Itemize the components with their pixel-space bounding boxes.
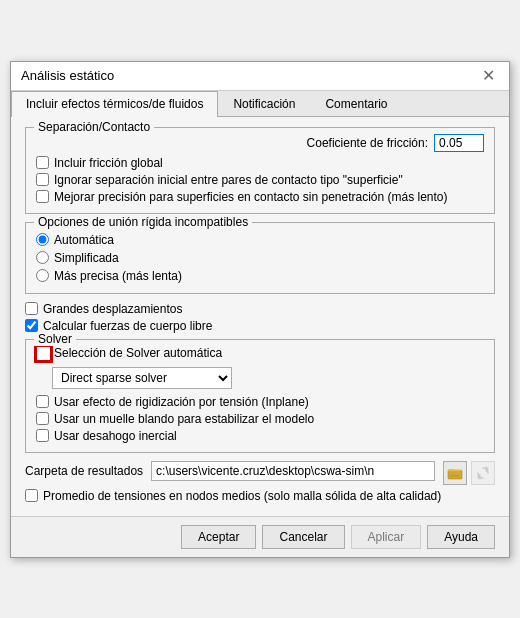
close-button[interactable]: ✕ (478, 68, 499, 84)
checkbox-row-free-body: Calcular fuerzas de cuerpo libre (25, 319, 495, 333)
checkbox-row-improve-prec: Mejorar precisión para superficies en co… (36, 190, 484, 204)
section-label-solver: Solver (34, 332, 76, 346)
checkbox-row-inertia: Usar desahogo inercial (36, 429, 484, 443)
checkbox-free-body-forces[interactable] (25, 319, 38, 332)
section-label-rigid-union: Opciones de unión rígida incompatibles (34, 215, 252, 229)
checkbox-row-avg-stress: Promedio de tensiones en nodos medios (s… (25, 489, 495, 503)
separation-contact-section: Separación/Contacto Coeficiente de fricc… (25, 127, 495, 214)
solver-dropdown-row: Direct sparse solver FFEPlus (36, 367, 484, 389)
friction-coefficient-input[interactable] (434, 134, 484, 152)
label-simplified[interactable]: Simplificada (54, 251, 119, 265)
browse-folder-button[interactable] (443, 461, 467, 485)
results-folder-label: Carpeta de resultados (25, 461, 143, 478)
checkbox-inplane[interactable] (36, 395, 49, 408)
friction-coefficient-label: Coeficiente de fricción: (307, 136, 428, 150)
section-label-separation: Separación/Contacto (34, 120, 154, 134)
footer: Aceptar Cancelar Aplicar Ayuda (11, 516, 509, 557)
refresh-button[interactable] (471, 461, 495, 485)
label-soft-spring[interactable]: Usar un muelle blando para estabilizar e… (54, 412, 314, 426)
label-average-stress[interactable]: Promedio de tensiones en nodos medios (s… (43, 489, 441, 503)
standalone-checks: Grandes desplazamientos Calcular fuerzas… (25, 302, 495, 333)
label-precise[interactable]: Más precisa (más lenta) (54, 269, 182, 283)
cancel-button[interactable]: Cancelar (262, 525, 344, 549)
accept-button[interactable]: Aceptar (181, 525, 256, 549)
checkbox-row-soft-spring: Usar un muelle blando para estabilizar e… (36, 412, 484, 426)
checkbox-include-friction[interactable] (36, 156, 49, 169)
apply-button[interactable]: Aplicar (351, 525, 422, 549)
rigid-union-radio-group: Automática Simplificada Más precisa (más… (36, 229, 484, 287)
label-ignore-separation[interactable]: Ignorar separación inicial entre pares d… (54, 173, 403, 187)
label-solver-auto-select[interactable]: Selección de Solver automática (54, 346, 222, 360)
rigid-union-section: Opciones de unión rígida incompatibles A… (25, 222, 495, 294)
label-auto[interactable]: Automática (54, 233, 114, 247)
radio-auto[interactable] (36, 233, 49, 246)
radio-simplified[interactable] (36, 251, 49, 264)
folder-icon (447, 465, 463, 481)
dialog-window: Análisis estático ✕ Incluir efectos térm… (10, 61, 510, 558)
checkbox-improve-precision[interactable] (36, 190, 49, 203)
label-inplane[interactable]: Usar efecto de rigidización por tensión … (54, 395, 309, 409)
results-folder-input[interactable] (151, 461, 435, 481)
tab-notification[interactable]: Notificación (218, 91, 310, 116)
content-area: Separación/Contacto Coeficiente de fricc… (11, 117, 509, 516)
checkbox-soft-spring[interactable] (36, 412, 49, 425)
friction-row: Coeficiente de fricción: (36, 134, 484, 152)
tab-comment[interactable]: Comentario (310, 91, 402, 116)
checkbox-ignore-separation[interactable] (36, 173, 49, 186)
label-free-body-forces[interactable]: Calcular fuerzas de cuerpo libre (43, 319, 212, 333)
checkbox-solver-auto-select[interactable] (36, 346, 51, 361)
label-improve-precision[interactable]: Mejorar precisión para superficies en co… (54, 190, 448, 204)
checkbox-large-displacements[interactable] (25, 302, 38, 315)
help-button[interactable]: Ayuda (427, 525, 495, 549)
label-large-displacements[interactable]: Grandes desplazamientos (43, 302, 182, 316)
checkbox-average-stress[interactable] (25, 489, 38, 502)
results-folder-row: Carpeta de resultados (25, 461, 495, 485)
checkbox-row-inplane: Usar efecto de rigidización por tensión … (36, 395, 484, 409)
radio-row-simplified: Simplificada (36, 251, 484, 265)
radio-row-precise: Más precisa (más lenta) (36, 269, 484, 283)
radio-precise[interactable] (36, 269, 49, 282)
solver-auto-select-row: Selección de Solver automática (36, 346, 484, 361)
label-inertia-relief[interactable]: Usar desahogo inercial (54, 429, 177, 443)
solver-type-dropdown[interactable]: Direct sparse solver FFEPlus (52, 367, 232, 389)
dialog-title: Análisis estático (21, 68, 114, 83)
label-include-friction[interactable]: Incluir fricción global (54, 156, 163, 170)
title-bar: Análisis estático ✕ (11, 62, 509, 91)
tab-bar: Incluir efectos térmicos/de fluidos Noti… (11, 91, 509, 117)
tab-thermal[interactable]: Incluir efectos térmicos/de fluidos (11, 91, 218, 117)
radio-row-auto: Automática (36, 233, 484, 247)
checkbox-row-large-disp: Grandes desplazamientos (25, 302, 495, 316)
checkbox-inertia-relief[interactable] (36, 429, 49, 442)
checkbox-row-ignore-sep: Ignorar separación inicial entre pares d… (36, 173, 484, 187)
svg-rect-0 (448, 470, 462, 479)
results-folder-icons (443, 461, 495, 485)
refresh-icon (475, 465, 491, 481)
checkbox-row-friction: Incluir fricción global (36, 156, 484, 170)
solver-section: Solver Selección de Solver automática Di… (25, 339, 495, 453)
